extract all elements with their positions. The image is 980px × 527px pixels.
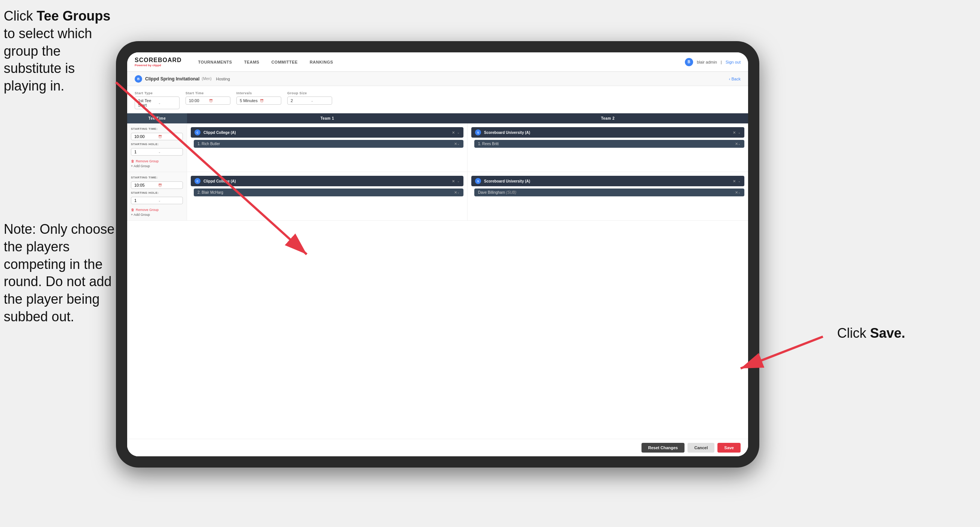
team1-header: Team 1 — [187, 113, 468, 123]
subheader-icon: B — [135, 75, 142, 83]
tee-time-header: Tee Time — [127, 113, 187, 123]
note-label: Note: Only choose the players competing … — [4, 221, 115, 324]
team2-chevron-1: ⌄ — [738, 131, 741, 134]
player-card-2-1[interactable]: 1. Rees Britt ✕ ⌄ — [474, 140, 745, 148]
add-group-2[interactable]: + Add Group — [131, 213, 183, 217]
player-remove-2-1[interactable]: ✕ — [735, 142, 738, 146]
team1-actions-1: ✕ ⌄ — [452, 131, 460, 135]
time-clock-icon-2: ⏰ — [158, 184, 180, 187]
cancel-button[interactable]: Cancel — [687, 443, 714, 452]
team1-icon-1: C — [194, 129, 200, 135]
start-type-input[interactable]: 1st Tee Start ⌄ — [135, 97, 180, 109]
hosting-label: Hosting — [216, 77, 230, 81]
footer: Reset Changes Cancel Save — [127, 439, 748, 456]
nav-committee[interactable]: COMMITTEE — [266, 57, 303, 67]
team1-name-2: Clippd College (A) — [204, 179, 452, 183]
starting-hole-input-1[interactable]: 1 ⌄ — [131, 148, 183, 156]
player-name-1-2: 2. Blair McHarg — [197, 190, 454, 194]
player-remove-1-2[interactable]: ✕ — [454, 190, 457, 194]
player-name-2-2: Dave Billingham (SUB) — [478, 190, 735, 194]
starting-hole-input-2[interactable]: 1 ⌄ — [131, 197, 183, 204]
team2-icon-1: S — [475, 129, 481, 135]
team1-remove-x-1[interactable]: ✕ — [452, 131, 455, 135]
team1-card-1[interactable]: C Clippd College (A) ✕ ⌄ — [191, 127, 463, 138]
back-button[interactable]: ‹ Back — [729, 77, 741, 81]
tournament-gender-tag: (Men) — [202, 77, 212, 81]
sign-out-link[interactable]: Sign out — [725, 60, 741, 64]
team2-actions-2: ✕ ⌄ — [733, 179, 741, 183]
add-group-1[interactable]: + Add Group — [131, 164, 183, 168]
time-col-2: STARTING TIME: 10:05 ⏰ STARTING HOLE: 1 … — [127, 172, 187, 220]
nav-right: B blair admin | Sign out — [685, 58, 741, 66]
player-card-1-2[interactable]: 2. Blair McHarg ✕ ⌄ — [194, 188, 463, 196]
start-type-group: Start Type 1st Tee Start ⌄ — [135, 91, 180, 109]
start-time-input[interactable]: 10:00 ⏰ — [186, 97, 231, 105]
group-size-group: Group Size 2 ⌄ — [287, 91, 332, 109]
click-save-bold: Save. — [870, 325, 905, 341]
team2-col-2: S Scoreboard University (A) ✕ ⌄ Dave Bil… — [468, 172, 748, 220]
starting-time-input-2[interactable]: 10:05 ⏰ — [131, 182, 183, 189]
click-save-instruction: Click Save. — [837, 325, 905, 341]
player-remove-2-2[interactable]: ✕ — [735, 190, 738, 194]
group-size-label: Group Size — [287, 91, 332, 95]
remove-group-2[interactable]: 🗑 Remove Group — [131, 208, 183, 212]
intervals-input[interactable]: 5 Minutes ⏰ — [236, 97, 281, 105]
instruction-bold-tee-groups: Tee Groups — [37, 8, 110, 24]
starting-hole-label-1: STARTING HOLE: — [131, 143, 183, 146]
team1-chevron-1: ⌄ — [457, 131, 460, 134]
user-name: blair admin — [697, 60, 717, 64]
player-card-2-2[interactable]: Dave Billingham (SUB) ✕ ⌄ — [474, 188, 745, 196]
team2-card-1[interactable]: S Scoreboard University (A) ✕ ⌄ — [471, 127, 745, 138]
player-chevron-2-1: ⌄ — [738, 142, 741, 145]
starting-time-label-2: STARTING TIME: — [131, 176, 183, 179]
team2-actions-1: ✕ ⌄ — [733, 131, 741, 135]
tablet-screen: SCOREBOARD Powered by clippd TOURNAMENTS… — [127, 53, 748, 456]
team1-remove-x-2[interactable]: ✕ — [452, 179, 455, 183]
table-row: STARTING TIME: 10:05 ⏰ STARTING HOLE: 1 … — [127, 172, 748, 221]
logo-scoreboard: SCOREBOARD — [135, 57, 182, 64]
player-chevron-2-2: ⌄ — [738, 191, 741, 194]
main-content: Start Type 1st Tee Start ⌄ Start Time 10… — [127, 86, 748, 456]
start-time-label: Start Time — [186, 91, 231, 95]
start-time-chevron: ⏰ — [209, 99, 227, 102]
team1-col-2: C Clippd College (A) ✕ ⌄ 2. Blair McHarg… — [187, 172, 468, 220]
table-body: STARTING TIME: 10:00 ⏰ STARTING HOLE: 1 … — [127, 123, 748, 439]
player-name-2-1: 1. Rees Britt — [478, 142, 735, 146]
tournament-title: Clippd Spring Invitational — [145, 76, 199, 81]
nav-rankings[interactable]: RANKINGS — [304, 57, 339, 67]
team2-remove-x-2[interactable]: ✕ — [733, 179, 736, 183]
team2-remove-x-1[interactable]: ✕ — [733, 131, 736, 135]
navbar: SCOREBOARD Powered by clippd TOURNAMENTS… — [127, 53, 748, 72]
group-size-input[interactable]: 2 ⌄ — [287, 97, 332, 105]
time-actions-1: 🗑 Remove Group + Add Group — [131, 159, 183, 168]
subheader: B Clippd Spring Invitational (Men) Hosti… — [127, 72, 748, 86]
team1-card-2[interactable]: C Clippd College (A) ✕ ⌄ — [191, 176, 463, 186]
settings-row: Start Type 1st Tee Start ⌄ Start Time 10… — [127, 86, 748, 113]
time-col-1: STARTING TIME: 10:00 ⏰ STARTING HOLE: 1 … — [127, 123, 187, 172]
trash-icon-1: 🗑 — [131, 159, 134, 163]
start-type-label: Start Type — [135, 91, 180, 95]
team2-card-2[interactable]: S Scoreboard University (A) ✕ ⌄ — [471, 176, 745, 186]
team2-name-2: Scoreboard University (A) — [484, 179, 733, 183]
team2-col-1: S Scoreboard University (A) ✕ ⌄ 1. Rees … — [468, 123, 748, 172]
save-button[interactable]: Save — [718, 443, 741, 452]
player-chevron-1-2: ⌄ — [457, 191, 460, 194]
player-card-1-1[interactable]: 1. Rich Butler ✕ ⌄ — [194, 140, 463, 148]
remove-group-1[interactable]: 🗑 Remove Group — [131, 159, 183, 163]
reset-changes-button[interactable]: Reset Changes — [641, 443, 684, 452]
intervals-chevron: ⏰ — [260, 99, 278, 102]
intervals-group: Intervals 5 Minutes ⏰ — [236, 91, 281, 109]
instruction-bottom: Note: Only choose the players competing … — [4, 221, 116, 326]
team1-name-1: Clippd College (A) — [204, 131, 452, 135]
group-size-chevron: ⌄ — [311, 99, 329, 102]
team2-name-1: Scoreboard University (A) — [484, 131, 733, 135]
tablet-frame: SCOREBOARD Powered by clippd TOURNAMENTS… — [116, 41, 759, 468]
starting-time-label-1: STARTING TIME: — [131, 127, 183, 131]
table-header: Tee Time Team 1 Team 2 — [127, 113, 748, 123]
nav-tournaments[interactable]: TOURNAMENTS — [193, 57, 237, 67]
nav-teams[interactable]: TEAMS — [239, 57, 264, 67]
starting-time-input-1[interactable]: 10:00 ⏰ — [131, 133, 183, 140]
team2-header: Team 2 — [468, 113, 748, 123]
player-remove-1-1[interactable]: ✕ — [454, 142, 457, 146]
instruction-top: Click Tee Groups to select which group t… — [4, 8, 116, 95]
